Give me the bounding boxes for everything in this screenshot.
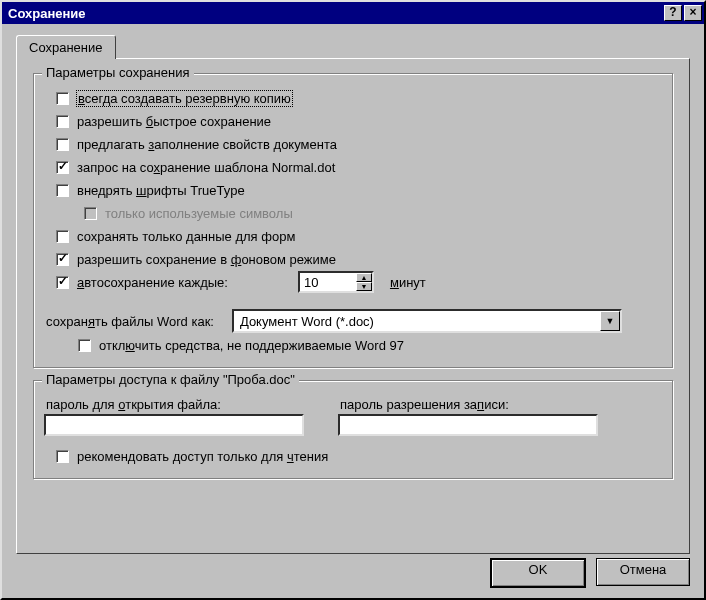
- tabstrip: Сохранение: [16, 34, 690, 58]
- lbl-embed-used-only: только используемые символы: [105, 206, 293, 221]
- lbl-open-pw: пароль для открытия файла:: [46, 397, 304, 412]
- dialog-body: Сохранение Параметры сохранения всегда с…: [2, 24, 704, 598]
- tab-label: Сохранение: [29, 40, 103, 55]
- cancel-button[interactable]: Отмена: [596, 558, 690, 586]
- group-save-params: Параметры сохранения всегда создавать ре…: [33, 73, 673, 368]
- spin-up-icon[interactable]: ▲: [356, 273, 372, 282]
- lbl-embed-tt: внедрять шрифты TrueType: [77, 183, 245, 198]
- chk-fastsave[interactable]: [56, 115, 69, 128]
- lbl-prompt-props: предлагать заполнение свойств документа: [77, 137, 337, 152]
- ok-button[interactable]: OK: [490, 558, 586, 588]
- chk-prompt-props[interactable]: [56, 138, 69, 151]
- lbl-fastsave: разрешить быстрое сохранение: [77, 114, 271, 129]
- chk-forms-data[interactable]: [56, 230, 69, 243]
- lbl-bg-save: разрешить сохранение в фоновом режиме: [77, 252, 336, 267]
- chevron-down-icon[interactable]: ▼: [600, 311, 620, 331]
- lbl-disable97: отключить средства, не поддерживаемые Wo…: [99, 338, 404, 353]
- chk-autosave[interactable]: [56, 276, 69, 289]
- lbl-save-as: сохранять файлы Word как:: [46, 314, 214, 329]
- group-save-legend: Параметры сохранения: [42, 65, 194, 80]
- help-button[interactable]: ?: [664, 5, 682, 21]
- window-title: Сохранение: [8, 6, 662, 21]
- spin-down-icon[interactable]: ▼: [356, 282, 372, 291]
- input-open-pw[interactable]: [44, 414, 304, 436]
- lbl-prompt-normal: запрос на сохранение шаблона Normal.dot: [77, 160, 335, 175]
- lbl-write-pw: пароль разрешения записи:: [340, 397, 598, 412]
- chk-embed-used-only: [84, 207, 97, 220]
- tab-save[interactable]: Сохранение: [16, 35, 116, 59]
- chk-prompt-normal[interactable]: [56, 161, 69, 174]
- lbl-readonly: рекомендовать доступ только для чтения: [77, 449, 328, 464]
- chk-embed-tt[interactable]: [56, 184, 69, 197]
- dialog-window: Сохранение ? × Сохранение Параметры сохр…: [0, 0, 706, 600]
- autosave-value[interactable]: [300, 273, 356, 291]
- dialog-buttons: OK Отмена: [490, 558, 690, 588]
- lbl-autosave-unit: минут: [390, 275, 426, 290]
- tabpanel: Параметры сохранения всегда создавать ре…: [16, 58, 690, 554]
- close-button[interactable]: ×: [684, 5, 702, 21]
- chk-readonly[interactable]: [56, 450, 69, 463]
- titlebar: Сохранение ? ×: [2, 2, 704, 24]
- chk-bg-save[interactable]: [56, 253, 69, 266]
- group-access-legend: Параметры доступа к файлу "Проба.doc": [42, 372, 299, 387]
- combo-save-as-value: Документ Word (*.doc): [234, 311, 600, 331]
- input-write-pw[interactable]: [338, 414, 598, 436]
- chk-disable97[interactable]: [78, 339, 91, 352]
- lbl-forms-data: сохранять только данные для форм: [77, 229, 295, 244]
- combo-save-as[interactable]: Документ Word (*.doc) ▼: [232, 309, 622, 333]
- lbl-autosave: автосохранение каждые:: [77, 275, 228, 290]
- autosave-spinner[interactable]: ▲ ▼: [298, 271, 374, 293]
- chk-backup[interactable]: [56, 92, 69, 105]
- lbl-backup: всегда создавать резервную копию: [77, 91, 292, 106]
- group-access: Параметры доступа к файлу "Проба.doc" па…: [33, 380, 673, 479]
